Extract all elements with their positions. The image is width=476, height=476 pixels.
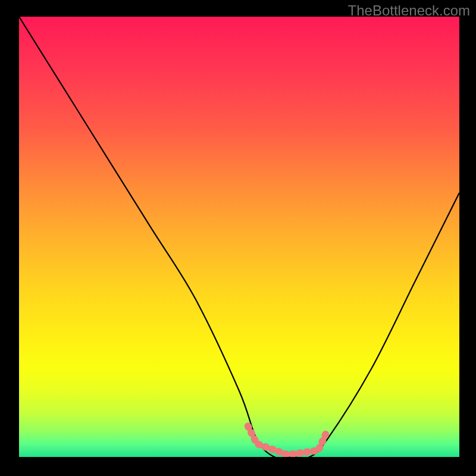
watermark-text: TheBottleneck.com [348, 2, 470, 19]
gradient-background [19, 17, 459, 457]
bottleneck-plot [19, 17, 459, 457]
svg-rect-0 [19, 17, 459, 457]
